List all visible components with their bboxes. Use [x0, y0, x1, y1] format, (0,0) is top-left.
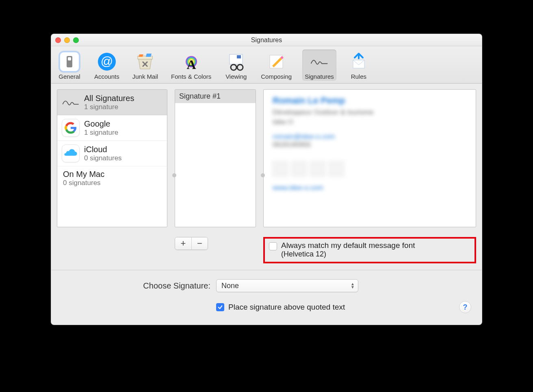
tab-accounts[interactable]: @ Accounts [92, 50, 122, 81]
tab-viewing[interactable]: Viewing [222, 50, 250, 81]
svg-point-9 [237, 65, 243, 70]
signature-item[interactable]: Signature #1 [175, 90, 256, 103]
signature-preview-panel[interactable]: Romain Le Pemp Développeur Outdoor & tou… [263, 89, 476, 227]
svg-text:@: @ [101, 54, 113, 68]
signatures-icon [308, 51, 331, 72]
match-font-checkbox[interactable] [269, 242, 277, 250]
place-above-label: Place signature above quoted text [228, 303, 345, 312]
preview-phone: 0629190955 [273, 141, 467, 149]
account-sub: 0 signatures [63, 179, 104, 187]
minimize-window-button[interactable] [64, 37, 70, 43]
account-name: Google [84, 119, 118, 129]
choose-signature-select[interactable]: None ▲▼ [216, 279, 358, 292]
help-icon: ? [463, 303, 468, 312]
icloud-icon [61, 144, 80, 163]
tab-general[interactable]: General [55, 50, 84, 81]
signature-list-panel: Signature #1 [175, 89, 256, 227]
preferences-toolbar: General @ Accounts [51, 46, 482, 84]
preview-org: Idée O [273, 118, 467, 126]
account-row-onmymac[interactable]: On My Mac 0 signatures [57, 166, 167, 190]
match-font-label-line1: Always match my default message font [281, 241, 415, 250]
close-window-button[interactable] [55, 37, 61, 43]
place-above-checkbox[interactable] [216, 303, 224, 311]
window-title: Signatures [251, 37, 282, 44]
preview-name: Romain Le Pemp [273, 95, 467, 106]
tab-junk-mail[interactable]: Junk Mail [130, 50, 160, 81]
tab-junk-mail-label: Junk Mail [132, 73, 158, 80]
account-name: iCloud [84, 145, 122, 154]
google-icon [61, 118, 80, 137]
account-name: All Signatures [84, 94, 134, 103]
signature-preview-content: Romain Le Pemp Développeur Outdoor & tou… [264, 90, 476, 227]
signature-add-remove-buttons: + − [175, 237, 208, 250]
tab-fonts-colors-label: Fonts & Colors [171, 73, 211, 80]
tab-fonts-colors[interactable]: A Fonts & Colors [169, 50, 214, 81]
svg-point-8 [231, 65, 236, 70]
accounts-panel: All Signatures 1 signature [57, 89, 167, 227]
tab-general-label: General [58, 73, 80, 80]
rules-icon [347, 51, 370, 72]
match-font-label-line2: (Helvetica 12) [281, 250, 415, 258]
account-row-google[interactable]: Google 1 signature [57, 115, 167, 141]
chevron-up-down-icon: ▲▼ [351, 282, 355, 289]
account-sub: 1 signature [84, 129, 118, 137]
account-row-all[interactable]: All Signatures 1 signature [57, 90, 167, 115]
tab-rules[interactable]: Rules [344, 50, 373, 81]
junk-mail-icon [133, 51, 157, 72]
remove-signature-button[interactable]: − [191, 237, 208, 250]
tab-rules-label: Rules [351, 73, 366, 80]
preferences-window: Signatures General @ Accounts [51, 34, 482, 325]
preview-email: romain@idee-o.com [273, 133, 467, 141]
match-font-highlight: Always match my default message font (He… [263, 237, 476, 263]
tab-signatures-label: Signatures [305, 73, 334, 80]
choose-signature-label: Choose Signature: [143, 281, 216, 291]
help-button[interactable]: ? [459, 301, 471, 313]
add-signature-button[interactable]: + [175, 237, 191, 250]
svg-rect-7 [237, 55, 241, 58]
panel-resize-handle[interactable] [261, 173, 265, 177]
account-sub: 1 signature [84, 103, 134, 111]
account-row-icloud[interactable]: iCloud 0 signatures [57, 141, 167, 166]
tab-composing-label: Composing [261, 73, 292, 80]
signature-script-icon [61, 93, 80, 112]
preview-url: www.idee-o.com [273, 184, 467, 192]
composing-icon [264, 51, 288, 72]
preview-role: Développeur Outdoor & tourisme [273, 108, 467, 116]
general-icon [58, 51, 81, 72]
account-sub: 0 signatures [84, 154, 122, 162]
tab-accounts-label: Accounts [94, 73, 119, 80]
tab-signatures[interactable]: Signatures [302, 50, 336, 81]
fonts-colors-icon: A [180, 51, 203, 72]
svg-text:A: A [186, 57, 196, 71]
viewing-icon [224, 51, 248, 72]
choose-signature-value: None [221, 282, 239, 290]
tab-composing[interactable]: Composing [258, 50, 294, 81]
accounts-icon: @ [95, 51, 119, 72]
titlebar: Signatures [51, 34, 482, 46]
zoom-window-button[interactable] [73, 37, 79, 43]
tab-viewing-label: Viewing [225, 73, 247, 80]
panel-resize-handle[interactable] [172, 173, 176, 177]
preview-social-icons [273, 161, 467, 177]
account-name: On My Mac [63, 170, 104, 179]
